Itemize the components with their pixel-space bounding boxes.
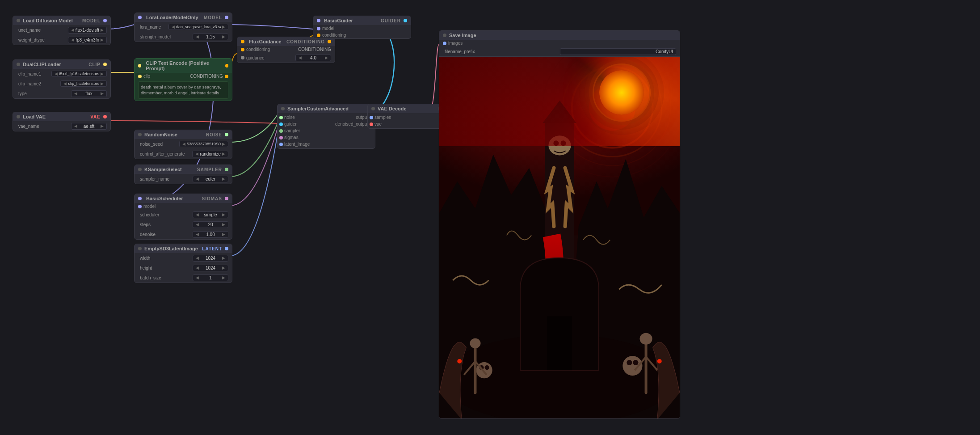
load-diffusion-model-node: Load Diffusion Model MODEL unet_name ◀ f… bbox=[13, 16, 111, 45]
output-port-cond[interactable] bbox=[328, 40, 331, 43]
node-status-dot bbox=[17, 115, 20, 118]
output-port-vae[interactable] bbox=[103, 115, 107, 118]
node-title: EmptySD3LatentImage bbox=[144, 246, 198, 251]
node-title: BasicScheduler bbox=[146, 196, 183, 201]
svg-point-27 bbox=[640, 333, 652, 345]
input-port-model[interactable] bbox=[138, 197, 142, 200]
node-badge: MODEL bbox=[204, 15, 222, 20]
node-status-dot bbox=[17, 19, 20, 22]
input-port-clip[interactable] bbox=[138, 64, 141, 68]
svg-rect-21 bbox=[547, 316, 572, 370]
node-badge: MODEL bbox=[82, 18, 101, 23]
svg-point-23 bbox=[470, 338, 480, 348]
prompt-text[interactable]: death metal album cover by dan seagrave,… bbox=[138, 81, 228, 99]
node-badge: VAE bbox=[90, 114, 101, 119]
output-port-guider[interactable] bbox=[404, 19, 407, 22]
output-port-sampler[interactable] bbox=[225, 168, 228, 171]
output-port-latent[interactable] bbox=[225, 247, 228, 250]
ksampler-select-node: KSamplerSelect SAMPLER sampler_name ◀ eu… bbox=[134, 165, 232, 184]
image-preview bbox=[439, 56, 680, 418]
input-port-cond[interactable] bbox=[241, 40, 244, 43]
svg-point-31 bbox=[657, 359, 662, 363]
node-title: RandomNoise bbox=[144, 132, 177, 137]
save-image-node: Save Image images filename_prefix ComfyU… bbox=[439, 30, 680, 419]
node-title: FluxGuidance bbox=[249, 39, 282, 44]
svg-point-30 bbox=[457, 359, 462, 363]
input-port-model[interactable] bbox=[138, 16, 142, 19]
output-port-clip[interactable] bbox=[103, 63, 107, 66]
basic-scheduler-node: BasicScheduler SIGMAS model scheduler ◀ … bbox=[134, 194, 232, 240]
node-title: Load Diffusion Model bbox=[23, 18, 73, 23]
clip-port[interactable] bbox=[138, 75, 142, 78]
output-port-conditioning[interactable] bbox=[225, 64, 228, 68]
clip-text-encode-node: CLIP Text Encode (Positive Prompt) clip … bbox=[134, 58, 232, 101]
random-noise-node: RandomNoise NOISE noise_seed ◀ 538553379… bbox=[134, 130, 232, 159]
input-port-model[interactable] bbox=[317, 19, 320, 22]
output-port-model[interactable] bbox=[103, 19, 107, 22]
conditioning-out-port[interactable] bbox=[225, 75, 228, 78]
svg-point-19 bbox=[627, 360, 632, 365]
empty-latent-node: EmptySD3LatentImage LATENT width ◀ 1024 … bbox=[134, 244, 232, 283]
node-title: CLIP Text Encode (Positive Prompt) bbox=[146, 60, 222, 71]
filename-prefix-field[interactable]: ComfyUI bbox=[560, 48, 676, 55]
output-port-noise[interactable] bbox=[225, 133, 228, 136]
load-vae-node: Load VAE VAE vae_name ◀ ae.sft ▶ bbox=[13, 112, 111, 131]
svg-point-17 bbox=[485, 365, 489, 370]
lora-loader-node: LoraLoaderModelOnly MODEL lora_name ◀ da… bbox=[134, 13, 232, 42]
svg-point-20 bbox=[633, 360, 638, 365]
node-title: LoraLoaderModelOnly bbox=[146, 15, 198, 20]
dual-clip-loader-node: DualCLIPLoader CLIP clip_name1 ◀ t5xxl_f… bbox=[13, 59, 111, 99]
node-title: VAE Decode bbox=[378, 106, 407, 111]
node-badge: CLIP bbox=[88, 62, 101, 67]
flux-guidance-node: FluxGuidance CONDITIONING conditioning C… bbox=[237, 37, 335, 63]
output-port-model[interactable] bbox=[225, 16, 228, 19]
node-title: Save Image bbox=[449, 33, 476, 38]
node-title: SamplerCustomAdvanced bbox=[287, 106, 349, 111]
generated-artwork bbox=[439, 57, 680, 418]
sun bbox=[599, 70, 644, 115]
node-status-dot bbox=[17, 63, 20, 66]
node-canvas: Load Diffusion Model MODEL unet_name ◀ f… bbox=[0, 0, 980, 435]
node-title: Load VAE bbox=[23, 114, 46, 119]
basic-guider-node: BasicGuider GUIDER model conditioning bbox=[313, 16, 411, 39]
sampler-custom-advanced-node: SamplerCustomAdvanced noise guider sampl… bbox=[277, 104, 375, 149]
output-port-sigmas[interactable] bbox=[225, 197, 228, 200]
node-title: KSamplerSelect bbox=[144, 167, 182, 172]
node-title: BasicGuider bbox=[324, 18, 353, 23]
node-title: DualCLIPLoader bbox=[23, 62, 61, 67]
